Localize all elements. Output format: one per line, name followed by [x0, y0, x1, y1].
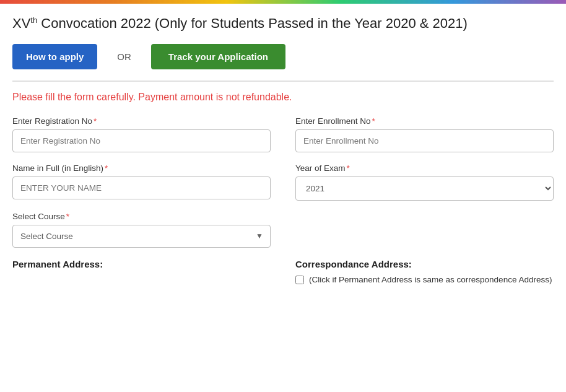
year-select[interactable]: 2021 2020 — [295, 176, 554, 201]
same-address-label: (Click if Permanent Address is same as c… — [309, 274, 552, 286]
course-required: * — [66, 212, 69, 221]
permanent-address-title: Permanent Address: — [12, 259, 271, 269]
or-divider: OR — [117, 51, 131, 62]
same-address-row: (Click if Permanent Address is same as c… — [295, 274, 554, 286]
form-row-1: Enter Registration No* Enter Enrollment … — [12, 116, 554, 152]
warning-message: Please fill the form carefully. Payment … — [12, 92, 554, 103]
action-row: How to apply OR Track your Application — [12, 44, 554, 69]
form-row-2: Name in Full (in English)* Year of Exam*… — [12, 163, 554, 201]
course-select[interactable]: Select Course B.A. B.Sc. B.Com. M.A. M.S… — [12, 225, 271, 248]
correspondence-address-title: Correspondance Address: — [295, 259, 554, 269]
course-label: Select Course* — [12, 212, 271, 221]
course-placeholder-col — [295, 212, 554, 248]
track-application-button[interactable]: Track your Application — [151, 44, 285, 69]
registration-group: Enter Registration No* — [12, 116, 271, 152]
year-label: Year of Exam* — [295, 163, 554, 173]
enrollment-input[interactable] — [295, 129, 554, 152]
name-required: * — [105, 163, 108, 173]
how-to-apply-button[interactable]: How to apply — [12, 44, 97, 69]
permanent-address-col: Permanent Address: — [12, 259, 271, 286]
form-row-3: Select Course* Select Course B.A. B.Sc. … — [12, 212, 554, 248]
correspondence-address-col: Correspondance Address: (Click if Perman… — [295, 259, 554, 286]
year-group: Year of Exam* 2021 2020 — [295, 163, 554, 201]
enrollment-group: Enter Enrollment No* — [295, 116, 554, 152]
course-group: Select Course* Select Course B.A. B.Sc. … — [12, 212, 271, 248]
same-address-checkbox[interactable] — [295, 276, 304, 284]
registration-input[interactable] — [12, 129, 271, 152]
section-divider — [12, 81, 554, 82]
name-input[interactable] — [12, 176, 271, 199]
registration-label: Enter Registration No* — [12, 116, 271, 126]
address-row: Permanent Address: Correspondance Addres… — [12, 259, 554, 286]
page-title: XVth Convocation 2022 (Only for Students… — [12, 15, 554, 33]
course-select-wrapper: Select Course B.A. B.Sc. B.Com. M.A. M.S… — [12, 225, 271, 248]
registration-required: * — [94, 116, 97, 126]
name-group: Name in Full (in English)* — [12, 163, 271, 201]
enrollment-label: Enter Enrollment No* — [295, 116, 554, 126]
enrollment-required: * — [372, 116, 375, 126]
name-label: Name in Full (in English)* — [12, 163, 271, 173]
application-form: Enter Registration No* Enter Enrollment … — [12, 116, 554, 286]
year-required: * — [347, 163, 350, 173]
